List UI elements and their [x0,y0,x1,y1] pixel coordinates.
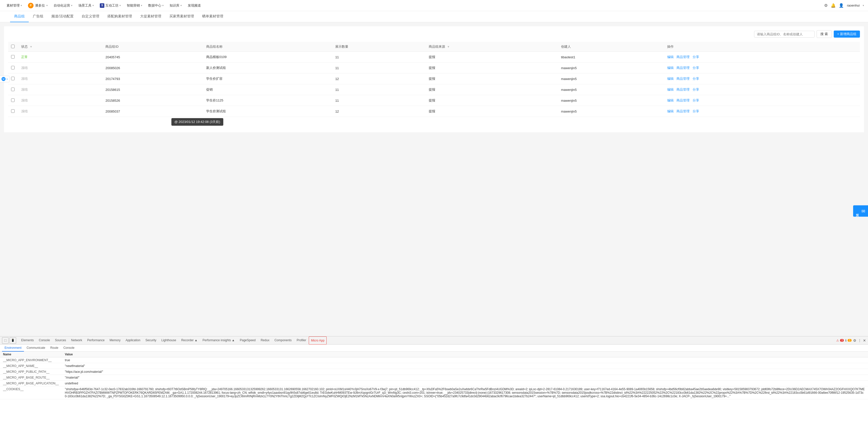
nav-item-discover[interactable]: 发现频道 [185,0,204,11]
username-label: raoenhui [847,3,860,7]
row-actions: 编辑 商品管理 分享 [664,95,860,106]
nav-item-automation[interactable]: 自动化运营 ▾ [51,0,75,11]
tab-channel-config[interactable]: 频道/活动配置 [48,11,78,22]
nav-label-knowledge: 知识库 [169,3,180,8]
tab-share-material[interactable]: 晒单素材管理 [198,11,227,22]
action-share[interactable]: 分享 [692,88,699,91]
product-group-table: 状态 ▼ 商品组ID 商品组名称 展示数量 商品组来源 ▼ 创建人 [8,42,860,117]
nav-label-pandola: 潘多拉 [35,3,45,8]
tab-promo-material[interactable]: 大促素材管理 [136,11,165,22]
tab-product-group[interactable]: 商品组 [10,11,29,22]
action-product-mgmt[interactable]: 商品管理 [677,66,689,70]
row-actions: 编辑 商品管理 分享 [664,84,860,95]
status-filter-icon[interactable]: ▼ [30,45,32,48]
chevron-icon-2: ▾ [71,4,72,7]
nav-logo-pandola[interactable]: P 潘多拉 ▾ [26,3,50,8]
row-id: 20405745 [102,52,203,63]
row-id: 20174793 [102,74,203,84]
tab-match-material[interactable]: 搭配购素材管理 [103,11,136,22]
row-status: 冻结 [18,63,102,74]
row-name: 学生价测试组 [203,106,332,117]
row-checkbox [8,106,18,117]
action-share[interactable]: 分享 [692,99,699,102]
row-select-checkbox[interactable] [11,55,14,59]
tab-custom-mgmt[interactable]: 自定义管理 [78,11,103,22]
nav-label-discover: 发现频道 [188,3,201,8]
micro-app-indicator[interactable]: M > [0,76,9,82]
top-nav: 素材管理 ▾ P 潘多拉 ▾ 自动化运营 ▾ 场景工具 ▾ 互 互动工坊 ▾ 智… [0,0,868,11]
user-chevron-icon: ▾ [863,4,864,7]
row-select-checkbox[interactable] [11,88,14,91]
tab-buyer-material[interactable]: 买家秀素材管理 [165,11,198,22]
notification-icon[interactable]: 🔔 [831,3,836,8]
action-edit[interactable]: 编辑 [667,66,674,70]
action-product-mgmt[interactable]: 商品管理 [677,77,689,81]
action-edit[interactable]: 编辑 [667,88,674,91]
row-actions: 编辑 商品管理 分享 [664,106,860,117]
user-icon[interactable]: 👤 [839,3,844,8]
nav-item-scene[interactable]: 场景工具 ▾ [76,0,96,11]
action-product-mgmt[interactable]: 商品管理 [677,99,689,102]
nav-item-data[interactable]: 数据中心 ▾ [146,0,166,11]
action-edit[interactable]: 编辑 [667,99,674,102]
action-edit[interactable]: 编辑 [667,55,674,59]
tab-buyer-material-label: 买家秀素材管理 [169,14,194,19]
header-count: 展示数量 [332,42,426,52]
row-checkbox [8,63,18,74]
row-creator: mawenjin5 [558,84,664,95]
row-select-checkbox[interactable] [11,99,14,102]
row-count: 11 [332,63,426,74]
action-edit[interactable]: 编辑 [667,77,674,81]
row-count: 12 [332,74,426,84]
settings-icon[interactable]: ⚙ [824,3,828,8]
row-creator: mawenjin5 [558,74,664,84]
header-status: 状态 ▼ [18,42,102,52]
header-checkbox-col [8,42,18,52]
nav-label-hudong: 互动工坊 [105,3,119,8]
tab-ad-group[interactable]: 广告组 [29,11,48,22]
row-count: 11 [332,95,426,106]
main-content: 搜 索 + 新增商品组 状态 ▼ 商品组ID 商品组名称 [4,26,864,132]
row-checkbox [8,84,18,95]
select-all-checkbox[interactable] [11,45,14,48]
row-creator: mawenjin5 [558,63,664,74]
nav-item-hudong[interactable]: 互 互动工坊 ▾ [97,0,123,11]
row-status: 冻结 [18,84,102,95]
chevron-icon-7: ▾ [181,4,182,7]
action-share[interactable]: 分享 [692,77,699,81]
row-select-checkbox[interactable] [11,109,14,113]
row-select-checkbox[interactable] [11,77,14,80]
nav-item-knowledge[interactable]: 知识库 ▾ [167,0,184,11]
nav-item-caicai[interactable]: 素材管理 ▾ [4,0,25,11]
header-name: 商品组名称 [203,42,332,52]
search-input[interactable] [754,31,814,37]
action-product-mgmt[interactable]: 商品管理 [677,109,689,113]
row-source: 提报 [426,74,558,84]
header-id: 商品组ID [102,42,203,52]
action-product-mgmt[interactable]: 商品管理 [677,55,689,59]
action-share[interactable]: 分享 [692,109,699,113]
header-source: 商品组来源 ▼ [426,42,558,52]
row-name: 新人价测试组 [203,63,332,74]
search-button[interactable]: 搜 索 [816,30,832,38]
action-share[interactable]: 分享 [692,55,699,59]
feedback-icon: ✉ [861,208,866,214]
action-product-mgmt[interactable]: 商品管理 [677,88,689,91]
action-edit[interactable]: 编辑 [667,109,674,113]
row-status: 冻结 [18,74,102,84]
nav-item-marketing[interactable]: 智能营销 ▾ [124,0,145,11]
hudong-logo-icon: 互 [100,3,104,8]
row-count: 12 [332,106,426,117]
add-product-group-button[interactable]: + 新增商品组 [834,31,860,37]
row-status: 冻结 [18,106,102,117]
action-share[interactable]: 分享 [692,66,699,70]
row-source: 提报 [426,52,558,63]
source-filter-icon[interactable]: ▼ [447,45,450,48]
row-actions: 编辑 商品管理 分享 [664,63,860,74]
nav-label-data: 数据中心 [148,3,161,8]
row-select-checkbox[interactable] [11,66,14,69]
feedback-button[interactable]: ✉ 反馈 [853,205,868,217]
row-creator: mawenjin5 [558,95,664,106]
row-name: 促销 [203,84,332,95]
row-checkbox [8,52,18,63]
